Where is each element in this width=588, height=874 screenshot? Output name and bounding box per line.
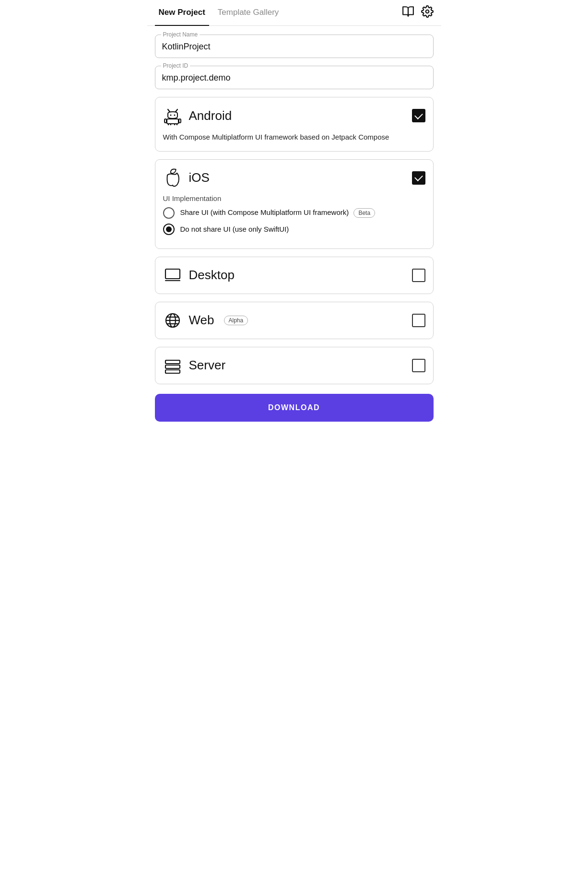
svg-line-1 [168, 109, 170, 112]
project-name-value: KotlinProject [162, 42, 426, 52]
server-name: Server [189, 358, 226, 373]
project-id-field[interactable]: Project ID kmp.project.demo [155, 66, 434, 89]
radio-share-ui-label: Share UI (with Compose Multiplatform UI … [180, 208, 376, 218]
web-icon [163, 311, 182, 330]
alpha-badge: Alpha [224, 316, 248, 325]
ios-checkbox[interactable] [412, 171, 425, 185]
radio-no-share-ui-label: Do not share UI (use only SwiftUI) [180, 225, 289, 233]
android-checkbox[interactable] [412, 109, 425, 122]
ios-name: iOS [189, 170, 210, 185]
ui-impl-label: UI Implementation [163, 194, 425, 202]
desktop-left: Desktop [163, 266, 235, 285]
server-icon [163, 356, 182, 375]
radio-share-ui[interactable]: Share UI (with Compose Multiplatform UI … [163, 207, 425, 219]
svg-rect-8 [168, 124, 171, 125]
desktop-icon [163, 266, 182, 285]
download-button[interactable]: DOWNLOAD [155, 394, 434, 422]
radio-share-ui-circle[interactable] [163, 207, 175, 219]
desktop-header: Desktop [163, 266, 425, 285]
beta-badge: Beta [353, 208, 375, 218]
server-header: Server [163, 356, 425, 375]
project-id-value: kmp.project.demo [162, 73, 426, 83]
desktop-card: Desktop [155, 257, 434, 294]
svg-line-2 [176, 109, 177, 112]
ios-header: iOS [163, 168, 425, 188]
gear-icon[interactable] [421, 5, 434, 21]
svg-rect-10 [165, 269, 180, 279]
svg-rect-7 [179, 119, 181, 123]
header: New Project Template Gallery [147, 0, 441, 26]
main-content: Project Name KotlinProject Project ID km… [147, 26, 441, 433]
android-left: Android [163, 106, 232, 125]
project-name-label: Project Name [161, 31, 200, 38]
web-header: Web Alpha [163, 311, 425, 330]
svg-point-0 [425, 10, 429, 13]
android-icon [163, 106, 182, 125]
server-checkbox[interactable] [412, 359, 425, 372]
project-name-field[interactable]: Project Name KotlinProject [155, 35, 434, 58]
ios-icon [163, 168, 182, 188]
ios-card: iOS UI Implementation Share UI (with Com… [155, 159, 434, 249]
server-card: Server [155, 347, 434, 384]
svg-point-3 [170, 115, 171, 116]
android-description: With Compose Multiplatform UI framework … [163, 132, 425, 142]
android-card: Android With Compose Multiplatform UI fr… [155, 97, 434, 152]
radio-no-share-ui[interactable]: Do not share UI (use only SwiftUI) [163, 224, 425, 235]
svg-rect-5 [167, 119, 178, 124]
svg-rect-19 [165, 370, 180, 373]
book-icon[interactable] [402, 5, 414, 21]
tab-new-project[interactable]: New Project [155, 0, 209, 26]
desktop-checkbox[interactable] [412, 269, 425, 282]
svg-point-4 [174, 115, 175, 116]
svg-rect-18 [165, 365, 180, 368]
tabs: New Project Template Gallery [155, 0, 283, 25]
server-left: Server [163, 356, 226, 375]
web-left: Web Alpha [163, 311, 248, 330]
web-checkbox[interactable] [412, 314, 425, 327]
project-id-label: Project ID [161, 62, 190, 69]
svg-rect-6 [165, 119, 166, 123]
svg-rect-9 [175, 124, 177, 125]
web-card: Web Alpha [155, 302, 434, 339]
tab-template-gallery[interactable]: Template Gallery [214, 0, 283, 26]
android-name: Android [189, 108, 232, 123]
web-name: Web [189, 313, 214, 328]
android-header: Android [163, 106, 425, 125]
radio-no-share-ui-circle[interactable] [163, 224, 175, 235]
desktop-name: Desktop [189, 268, 235, 283]
svg-rect-17 [165, 360, 180, 364]
ios-left: iOS [163, 168, 210, 188]
header-icons [402, 5, 434, 21]
